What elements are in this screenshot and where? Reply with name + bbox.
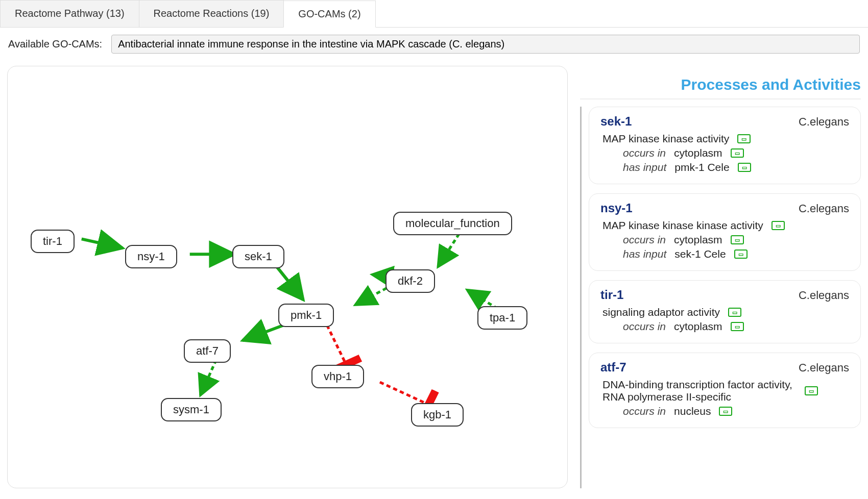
- svg-line-1: [82, 239, 123, 248]
- activity-label: MAP kinase kinase kinase activity: [602, 219, 763, 232]
- tab-reactome-reactions[interactable]: Reactome Reactions (19): [139, 0, 284, 27]
- graph-panel[interactable]: tir-1 nsy-1 sek-1 pmk-1 atf-7 sysm-1 vhp…: [7, 66, 568, 488]
- activity-card-nsy-1[interactable]: nsy-1 C.elegans MAP kinase kinase kinase…: [589, 193, 861, 271]
- evidence-icon[interactable]: [771, 221, 785, 230]
- svg-line-5: [200, 360, 216, 395]
- relation-value: nucleus: [674, 405, 711, 417]
- relation-label: occurs in: [602, 320, 666, 333]
- node-tir-1[interactable]: tir-1: [31, 230, 75, 253]
- relation-label: has input: [602, 248, 666, 260]
- gocam-selector-dropdown[interactable]: Antibacterial innate immune response in …: [111, 35, 860, 54]
- activity-label: signaling adaptor activity: [602, 306, 720, 318]
- relation-value: cytoplasm: [674, 234, 722, 246]
- species-label: C.elegans: [799, 289, 849, 302]
- node-sek-1[interactable]: sek-1: [232, 245, 284, 268]
- species-label: C.elegans: [799, 115, 849, 129]
- relation-value: cytoplasm: [674, 147, 722, 159]
- relation-value: cytoplasm: [674, 320, 722, 333]
- activities-scroll[interactable]: sek-1 C.elegans MAP kinase kinase activi…: [580, 107, 861, 488]
- node-tpa-1[interactable]: tpa-1: [477, 306, 527, 330]
- evidence-icon[interactable]: [719, 407, 732, 416]
- graph-edges: [8, 66, 567, 488]
- relation-label: occurs in: [602, 147, 666, 159]
- activity-label: DNA-binding transcription factor activit…: [602, 379, 797, 403]
- tab-go-cams[interactable]: GO-CAMs (2): [283, 1, 375, 28]
- activity-label: MAP kinase kinase activity: [602, 133, 729, 145]
- svg-line-8: [438, 234, 459, 267]
- svg-line-10: [327, 326, 346, 364]
- node-dkf-2[interactable]: dkf-2: [385, 269, 435, 293]
- activity-card-atf-7[interactable]: atf-7 C.elegans DNA-binding transcriptio…: [589, 353, 861, 428]
- evidence-icon[interactable]: [731, 148, 744, 158]
- node-sysm-1[interactable]: sysm-1: [161, 398, 222, 421]
- gene-link[interactable]: tir-1: [600, 288, 623, 302]
- node-kgb-1[interactable]: kgb-1: [411, 403, 464, 427]
- node-vhp-1[interactable]: vhp-1: [311, 365, 364, 388]
- relation-label: occurs in: [602, 234, 666, 246]
- node-nsy-1[interactable]: nsy-1: [125, 245, 177, 268]
- gocam-selector-row: Available GO-CAMs: Antibacterial innate …: [0, 28, 868, 61]
- relation-value: pmk-1 Cele: [674, 161, 729, 173]
- species-label: C.elegans: [799, 361, 849, 375]
- activity-card-sek-1[interactable]: sek-1 C.elegans MAP kinase kinase activi…: [589, 107, 861, 184]
- evidence-icon[interactable]: [737, 134, 751, 143]
- tab-bar: Reactome Pathway (13) Reactome Reactions…: [0, 0, 868, 28]
- processes-activities-panel: Processes and Activities sek-1 C.elegans…: [580, 66, 861, 488]
- evidence-icon[interactable]: [805, 386, 818, 395]
- evidence-icon[interactable]: [734, 250, 748, 259]
- relation-label: has input: [602, 161, 666, 173]
- tab-reactome-pathway[interactable]: Reactome Pathway (13): [0, 0, 139, 27]
- relation-label: occurs in: [602, 405, 666, 417]
- processes-activities-title: Processes and Activities: [580, 66, 861, 98]
- svg-line-3: [277, 267, 303, 300]
- relation-value: sek-1 Cele: [674, 248, 726, 260]
- gene-link[interactable]: nsy-1: [600, 201, 633, 215]
- gocam-selector-label: Available GO-CAMs:: [8, 38, 102, 50]
- species-label: C.elegans: [799, 202, 849, 215]
- divider: [580, 98, 861, 99]
- gene-link[interactable]: atf-7: [600, 360, 626, 375]
- gene-link[interactable]: sek-1: [600, 114, 632, 129]
- content-area: tir-1 nsy-1 sek-1 pmk-1 atf-7 sysm-1 vhp…: [0, 61, 868, 493]
- activity-card-tir-1[interactable]: tir-1 C.elegans signaling adaptor activi…: [589, 280, 861, 343]
- evidence-icon[interactable]: [731, 322, 744, 331]
- evidence-icon[interactable]: [728, 308, 741, 317]
- svg-line-11: [380, 382, 427, 404]
- evidence-icon[interactable]: [738, 163, 751, 172]
- evidence-icon[interactable]: [731, 235, 744, 244]
- node-pmk-1[interactable]: pmk-1: [278, 304, 334, 327]
- node-atf-7[interactable]: atf-7: [184, 339, 231, 363]
- node-molecular-function[interactable]: molecular_function: [393, 212, 512, 235]
